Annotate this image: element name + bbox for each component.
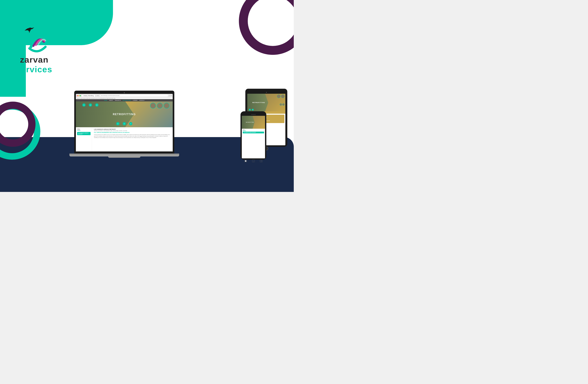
hero-circles [150,103,169,109]
browser-chrome: Ahdaas | Retrofitting ‹ › ↻ www.ahdaasgo… [76,94,173,97]
main-content-link[interactable]: FULL SERVICE ENGINEERING AND CONSTRUCTIO… [94,132,171,133]
logo-icon [20,24,49,53]
hero-num-b1: 1 [116,122,119,125]
sidebar-label: Other [77,129,91,130]
tablet-circle-2 [281,95,285,98]
laptop-screen: Ahdaas | Retrofitting ‹ › ↻ www.ahdaasgo… [76,94,173,152]
phone-screen: RETROFITTING Other LOS ANGELES AHDAAS RE… [242,116,265,158]
main-content-title: LOS ANGELES AHDAAS RETROFIT [94,129,171,130]
hero-circle-1 [150,103,156,109]
phone-divider [243,131,246,131]
website-main-content: LOS ANGELES AHDAAS RETROFIT OFFICE LOCAT… [92,127,173,152]
tablet-numbers: 1 2 [249,109,254,111]
hero-circle-2 [157,103,163,109]
svg-marker-5 [29,31,30,33]
browser-tab[interactable]: Ahdaas | Retrofitting [82,95,95,96]
phone-bottom-bar: ⬜ ⌂ ⟲ [242,158,265,162]
devices-container: Ahdaas | Retrofitting ‹ › ↻ www.ahdaasgo… [48,16,291,179]
phone-back-button[interactable]: ⬜ [244,160,247,162]
website-nav: HOME ABOUT PROJECTS RETROFITTING CAREER … [76,99,173,101]
minimize-dot[interactable] [78,95,79,96]
hero-top-numbers: 1 2 3 [82,103,99,107]
menu-icon[interactable]: ≡ [171,95,172,96]
tablet-circle-b2 [282,103,285,106]
nav-about[interactable]: ABOUT [109,100,113,101]
phone-camera [251,114,256,115]
star-icon[interactable]: ☆ [169,95,170,96]
hero-bottom-numbers: 1 2 3 [116,122,132,125]
back-icon[interactable]: ‹ [96,95,96,96]
laptop-camera [124,92,125,93]
main-content-address: OFFICE LOCATION : 202 FASHION LANE, SUIT… [94,130,171,131]
svg-point-6 [28,28,29,29]
hero-title: RETROFITTING [113,113,136,116]
tablet-hero: RETROFITTING 1 2 [247,94,285,112]
phone-hero-title: RETROFITTING [246,122,254,123]
laptop-frame: Ahdaas | Retrofitting ‹ › ↻ www.ahdaasgo… [74,91,174,154]
url-bar[interactable]: www.ahdaasgo.com/index.php/home/retails [100,95,168,96]
website-hero: RETROFITTING 1 2 3 [76,101,173,127]
website-sidebar-content: Other LOS ANGELES AHDAAS RETROFIT LOS AN… [76,127,173,152]
forward-icon[interactable]: › [97,95,97,96]
nav-home[interactable]: HOME [104,100,107,101]
sidebar-divider [77,130,80,131]
hero-num-3: 3 [95,103,99,107]
nav-career[interactable]: CAREER [133,100,137,101]
tablet-circle-1 [277,95,280,98]
phone-home-button[interactable]: ⌂ [252,160,255,162]
browser-nav: ‹ › ↻ [96,95,99,96]
phone-sidebar-item[interactable]: LOS ANGELES AHDAAS RETROFIT [243,132,264,133]
hero-circle-3 [164,103,169,109]
sidebar-item-card[interactable]: LOS ANGELES AHDAAS RETROFIT [77,132,91,135]
tablet-hero-title: RETROFITTING [252,102,265,103]
nav-projects[interactable]: PROJECTS [115,100,121,101]
tablet-circle-b1 [280,103,282,106]
browser-traffic-lights [77,95,81,96]
tablet-num-1: 1 [249,109,251,111]
maximize-dot[interactable] [80,95,81,96]
website-sidebar: Other LOS ANGELES AHDAAS RETROFIT [76,127,92,152]
laptop-base [69,154,179,156]
close-dot[interactable] [77,95,78,96]
tablet-circles [277,95,285,98]
nav-contact[interactable]: CONTACT [139,100,145,101]
svg-marker-3 [24,29,27,31]
website-content: HOME ABOUT PROJECTS RETROFITTING CAREER … [76,99,173,152]
phone-hero: RETROFITTING [242,116,265,129]
phone-frame: RETROFITTING Other LOS ANGELES AHDAAS RE… [240,111,266,160]
browser-actions: ☆ ≡ [169,95,172,96]
phone-other-label: Other [242,129,265,131]
main-content-body: As laws passed by the LADBS, the City of… [94,134,171,138]
tablet-camera [266,92,267,93]
phone: RETROFITTING Other LOS ANGELES AHDAAS RE… [240,111,266,160]
hero-num-2: 2 [89,103,92,107]
logo-text-zarvan: zarvan [20,55,49,64]
logo-text-services: services [16,64,52,74]
refresh-icon[interactable]: ↻ [98,95,99,96]
laptop-taskbar: 4:06 PM [76,152,173,152]
phone-recent-button[interactable]: ⟲ [260,160,262,162]
bookmarks-bar: Apps For quick access, place your bookma… [76,97,173,99]
tablet-num-2: 2 [252,109,254,111]
laptop: Ahdaas | Retrofitting ‹ › ↻ www.ahdaasgo… [74,91,174,156]
hero-num-1: 1 [82,103,85,107]
nav-retrofitting[interactable]: RETROFITTING [123,100,131,101]
hero-num-b2: 2 [123,122,126,125]
logo-area: zarvan services [16,24,52,74]
hero-num-b3: 3 [129,122,132,125]
svg-marker-2 [31,27,34,30]
tablet-nav-dots [280,103,285,106]
browser-tabs: Ahdaas | Retrofitting [82,95,95,96]
